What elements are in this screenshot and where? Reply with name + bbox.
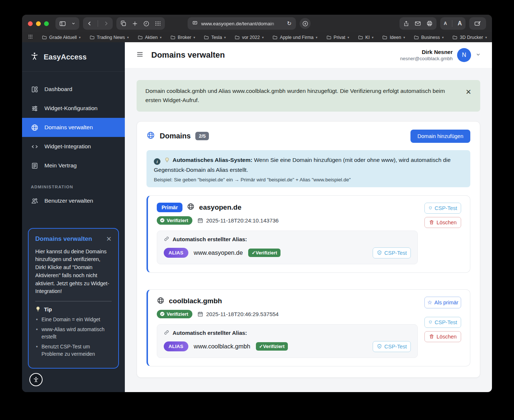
toolbar-right-cluster: A A bbox=[399, 17, 486, 30]
share-icon[interactable] bbox=[403, 21, 409, 27]
compose-icon[interactable] bbox=[469, 17, 486, 30]
domains-panel: Domains 2/5 Domain hinzufügen iAutomatis… bbox=[137, 121, 480, 378]
sidebar-toggle-group bbox=[55, 17, 79, 30]
alias-badge: ALIAS bbox=[164, 341, 188, 351]
mail-icon[interactable] bbox=[415, 20, 421, 27]
bookmark-folder[interactable]: Ideen▾ bbox=[382, 35, 405, 40]
text-smaller-button[interactable]: A bbox=[444, 21, 447, 26]
sidebar-item-dashboard[interactable]: Dashboard bbox=[22, 80, 125, 99]
link-icon bbox=[164, 236, 169, 243]
info-example: Beispiel: Sie geben "beispiel.de" ein → … bbox=[154, 177, 463, 182]
alias-heading: Automatisch erstellter Alias: bbox=[173, 330, 247, 336]
assistant-body: Hier kannst du deine Domains hinzufügen … bbox=[35, 248, 112, 296]
menu-icon[interactable] bbox=[136, 50, 144, 60]
bookmark-folder[interactable]: Grade Aktuell▾ bbox=[42, 35, 81, 40]
bookmark-folder[interactable]: Trading News▾ bbox=[90, 35, 129, 40]
bookmarks-bar: Grade Aktuell▾ Trading News▾ Aktien▾ Bro… bbox=[22, 32, 492, 42]
avatar[interactable]: N bbox=[457, 48, 471, 62]
info-title: Automatisches Alias-System: bbox=[173, 157, 252, 163]
forward-icon[interactable] bbox=[103, 21, 109, 26]
bookmark-folder[interactable]: Apple und Firma▾ bbox=[272, 35, 317, 40]
csp-test-button[interactable]: CSP-Test bbox=[373, 341, 411, 352]
browser-window: www.easyopen.de/tenant/domain ↻ A A Grad… bbox=[22, 15, 492, 392]
close-icon[interactable]: ✕ bbox=[466, 87, 471, 105]
alias-heading: Automatisch erstellter Alias: bbox=[173, 236, 247, 242]
reload-icon[interactable]: ↻ bbox=[287, 20, 292, 27]
divider bbox=[452, 20, 452, 27]
accessibility-fab-button[interactable] bbox=[29, 373, 43, 386]
tip-list: Eine Domain = ein Widget www-Alias wird … bbox=[35, 316, 112, 358]
sidebar-section-administration: ADMINISTRATION bbox=[31, 185, 116, 189]
csp-test-button[interactable]: CSP-Test bbox=[424, 317, 461, 328]
info-icon: i bbox=[154, 158, 160, 165]
favorites-grid-icon[interactable] bbox=[28, 34, 33, 40]
csp-test-button[interactable]: CSP-Test bbox=[373, 247, 411, 258]
content: Domain coolblack.gmbh und Alias www.cool… bbox=[125, 68, 492, 390]
globe-icon bbox=[146, 131, 155, 141]
domain-name: coolblack.gmbh bbox=[169, 297, 222, 305]
app-header: Domains verwalten Dirk Nesner nesner@coo… bbox=[125, 42, 492, 68]
sidebar-item-domains-verwalten[interactable]: Domains verwalten bbox=[22, 118, 125, 137]
delete-button[interactable]: Löschen bbox=[424, 217, 461, 228]
close-window-button[interactable] bbox=[28, 21, 33, 26]
lightbulb-icon bbox=[164, 158, 170, 164]
page-settings-icon[interactable] bbox=[192, 20, 198, 27]
history-nav-group bbox=[83, 17, 113, 30]
bookmark-folder[interactable]: Aktien▾ bbox=[138, 35, 162, 40]
bookmark-folder[interactable]: Broker▾ bbox=[170, 35, 195, 40]
chevron-down-icon[interactable] bbox=[475, 52, 481, 59]
copy-tabs-icon[interactable] bbox=[120, 20, 127, 27]
new-tab-icon[interactable] bbox=[132, 21, 138, 27]
assistant-title: Domains verwalten bbox=[35, 235, 92, 243]
sidebar-nav: Dashboard Widget-Konfiguration Domains v… bbox=[22, 72, 125, 210]
close-icon[interactable]: ✕ bbox=[106, 235, 112, 243]
text-larger-button[interactable]: A bbox=[457, 20, 462, 27]
csp-test-button[interactable]: CSP-Test bbox=[424, 203, 461, 214]
sidebar-toggle-icon[interactable] bbox=[59, 20, 66, 27]
tip-item: www-Alias wird automatisch erstellt bbox=[35, 326, 112, 341]
banner-text: Domain coolblack.gmbh und Alias www.cool… bbox=[145, 87, 458, 105]
user-menu[interactable]: Dirk Nesner nesner@coolblack.gmbh N bbox=[400, 48, 481, 62]
url-text[interactable]: www.easyopen.de/tenant/domain bbox=[201, 21, 283, 26]
alias-domain: www.coolblack.gmbh bbox=[194, 343, 250, 350]
history-clock-icon[interactable] bbox=[143, 21, 149, 27]
divider bbox=[35, 301, 112, 301]
sidebar-item-benutzer-verwalten[interactable]: Benutzer verwalten bbox=[22, 191, 125, 210]
brand: EasyAccess bbox=[22, 42, 125, 72]
print-icon[interactable] bbox=[426, 20, 433, 27]
url-bar[interactable]: www.easyopen.de/tenant/domain ↻ bbox=[188, 17, 296, 30]
lightbulb-icon bbox=[35, 306, 41, 313]
bookmark-folder[interactable]: 3D Drucker▾ bbox=[452, 35, 487, 40]
globe-icon bbox=[157, 297, 164, 306]
downloads-button[interactable] bbox=[300, 18, 311, 29]
tip-item: Eine Domain = ein Widget bbox=[35, 316, 112, 323]
accessibility-logo-icon bbox=[30, 52, 39, 62]
back-icon[interactable] bbox=[87, 21, 93, 26]
tab-overview-icon[interactable] bbox=[155, 20, 161, 27]
sidebar: EasyAccess Dashboard Widget-Konfiguratio… bbox=[22, 42, 125, 392]
delete-button[interactable]: Löschen bbox=[424, 331, 461, 342]
maximize-window-button[interactable] bbox=[44, 21, 49, 26]
domain-card: coolblack.gmbh Verifiziert 2025-11-18T20… bbox=[146, 289, 470, 366]
traffic-lights bbox=[28, 21, 49, 26]
bookmark-folder[interactable]: KI▾ bbox=[358, 35, 373, 40]
sidebar-item-mein-vertrag[interactable]: Mein Vertrag bbox=[22, 156, 125, 175]
sidebar-item-widget-integration[interactable]: Widget-Integration bbox=[22, 137, 125, 156]
bookmark-folder[interactable]: Business▾ bbox=[414, 35, 444, 40]
link-icon bbox=[164, 330, 169, 336]
sidebar-item-widget-konfiguration[interactable]: Widget-Konfiguration bbox=[22, 99, 125, 118]
verified-timestamp: 2025-11-18T20:46:29.537554 bbox=[197, 311, 279, 317]
minimize-window-button[interactable] bbox=[36, 21, 41, 26]
bookmark-folder[interactable]: vor 2022▾ bbox=[235, 35, 264, 40]
alias-box: Automatisch erstellter Alias: ALIAS www.… bbox=[157, 324, 418, 358]
bookmark-folder[interactable]: Privat▾ bbox=[326, 35, 349, 40]
add-domain-button[interactable]: Domain hinzufügen bbox=[410, 130, 470, 143]
share-group bbox=[399, 17, 437, 30]
make-primary-button[interactable]: ☆Als primär bbox=[424, 297, 461, 308]
primary-badge: Primär bbox=[157, 203, 182, 212]
verified-badge: Verifiziert bbox=[157, 310, 192, 318]
tabs-tools-group bbox=[116, 17, 165, 30]
user-email: nesner@coolblack.gmbh bbox=[400, 56, 453, 61]
chevron-down-icon[interactable] bbox=[71, 21, 76, 26]
bookmark-folder[interactable]: Tesla▾ bbox=[204, 35, 226, 40]
